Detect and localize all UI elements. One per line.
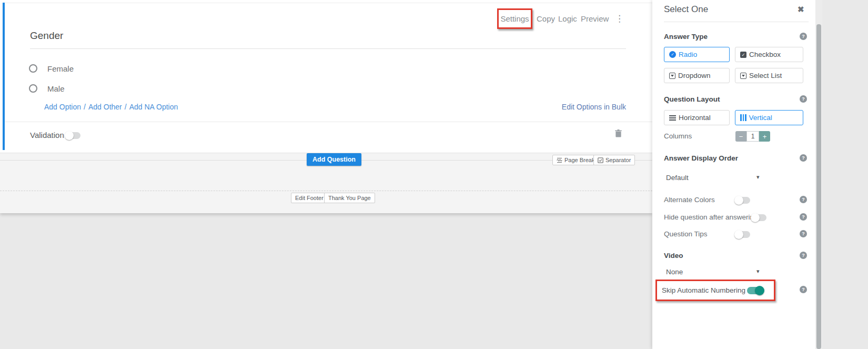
- add-na-option-link[interactable]: Add NA Option: [129, 103, 178, 111]
- columns-increment-button[interactable]: +: [759, 131, 770, 142]
- chevron-down-icon[interactable]: ▾: [756, 268, 760, 275]
- page-break-label: Page Break: [564, 157, 594, 163]
- toggle-knob: [734, 230, 743, 239]
- skip-numbering-highlight-box: Skip Automatic Numbering: [655, 280, 775, 301]
- close-icon[interactable]: ✖: [798, 5, 804, 14]
- option-label[interactable]: Female: [47, 64, 74, 73]
- logic-button[interactable]: Logic: [558, 14, 577, 23]
- scrollbar-thumb[interactable]: [816, 24, 821, 349]
- layout-vertical-button[interactable]: Vertical: [735, 110, 803, 125]
- hide-question-toggle[interactable]: [751, 214, 766, 221]
- option-label[interactable]: Male: [47, 84, 65, 93]
- add-other-link[interactable]: Add Other: [88, 103, 122, 111]
- delete-question-button[interactable]: [615, 129, 622, 139]
- settings-highlight-box: Settings: [497, 8, 532, 29]
- answer-type-label: Answer Type: [664, 33, 708, 41]
- link-separator: /: [125, 103, 127, 111]
- chevron-down-icon[interactable]: ▾: [756, 174, 760, 181]
- toggle-knob: [734, 196, 743, 205]
- answer-type-option-label: Dropdown: [678, 72, 711, 79]
- toggle-knob: [65, 131, 74, 140]
- help-icon[interactable]: ?: [800, 252, 807, 259]
- help-icon[interactable]: ?: [800, 33, 807, 40]
- layout-option-label: Horizontal: [679, 114, 711, 122]
- select-list-icon: [740, 73, 746, 79]
- question-settings-panel: Select One ✖ Answer Type ? ✓ Radio ✓ Che…: [652, 0, 815, 349]
- answer-type-checkbox-button[interactable]: ✓ Checkbox: [735, 47, 803, 62]
- active-question-accent-bar: [3, 3, 5, 150]
- layout-horizontal-button[interactable]: Horizontal: [664, 110, 730, 125]
- add-question-button[interactable]: Add Question: [307, 153, 361, 166]
- question-tips-toggle[interactable]: [735, 231, 750, 238]
- columns-label: Columns: [664, 132, 692, 140]
- skip-automatic-numbering-label: Skip Automatic Numbering: [662, 286, 745, 294]
- video-select[interactable]: None: [666, 268, 683, 276]
- edit-options-in-bulk-link[interactable]: Edit Options in Bulk: [562, 103, 626, 111]
- radio-option-female[interactable]: [29, 64, 37, 73]
- card-divider: [5, 122, 652, 122]
- separator-label: Separator: [605, 157, 631, 163]
- footer-dashed-divider: [0, 191, 652, 191]
- question-title-underline: [30, 48, 626, 49]
- answer-type-option-label: Checkbox: [749, 51, 781, 58]
- vertical-bars-icon: [740, 114, 746, 121]
- checkbox-icon: ✓: [740, 52, 746, 58]
- question-title-input[interactable]: Gender: [30, 30, 63, 42]
- toggle-knob: [751, 213, 760, 222]
- answer-display-order-select[interactable]: Default: [666, 174, 689, 182]
- link-separator: /: [84, 103, 86, 111]
- dropdown-icon: [669, 73, 675, 79]
- radio-option-male[interactable]: [29, 84, 37, 93]
- page-break-icon: [557, 157, 562, 163]
- layout-option-label: Vertical: [749, 114, 772, 122]
- validation-label: Validation: [30, 131, 64, 139]
- alternate-colors-label: Alternate Colors: [664, 196, 715, 204]
- alternate-colors-toggle[interactable]: [735, 197, 750, 204]
- edit-footer-label: Edit Footer: [295, 195, 324, 201]
- question-canvas: Settings Copy Logic Preview ⋮ Gender Fem…: [0, 0, 652, 213]
- answer-type-option-label: Select List: [749, 72, 782, 79]
- panel-title: Select One: [664, 4, 708, 15]
- thank-you-page-label: Thank You Page: [328, 195, 371, 201]
- toggle-knob: [755, 286, 764, 295]
- help-icon[interactable]: ?: [800, 286, 807, 293]
- page-break-button[interactable]: Page Break: [552, 155, 599, 165]
- answer-type-select-list-button[interactable]: Select List: [735, 68, 803, 83]
- answer-type-option-label: Radio: [679, 51, 697, 58]
- horizontal-lines-icon: [669, 115, 676, 121]
- settings-button[interactable]: Settings: [500, 14, 529, 23]
- option-links-row: Add Option / Add Other / Add NA Option: [44, 103, 178, 111]
- help-icon[interactable]: ?: [800, 213, 807, 221]
- edit-footer-button[interactable]: Edit Footer: [291, 193, 328, 203]
- validation-toggle[interactable]: [65, 132, 80, 139]
- card-top-border: [3, 3, 652, 3]
- hide-question-label: Hide question after answering: [664, 213, 758, 221]
- trash-icon: [615, 129, 622, 137]
- answer-type-dropdown-button[interactable]: Dropdown: [664, 68, 730, 83]
- answer-type-radio-button[interactable]: ✓ Radio: [664, 47, 730, 62]
- add-option-link[interactable]: Add Option: [44, 103, 81, 111]
- columns-value-input[interactable]: 1: [746, 131, 759, 142]
- copy-button[interactable]: Copy: [537, 14, 555, 23]
- thank-you-page-button[interactable]: Thank You Page: [324, 193, 375, 203]
- help-icon[interactable]: ?: [800, 230, 807, 237]
- more-options-icon[interactable]: ⋮: [615, 13, 624, 24]
- separator-icon: [598, 157, 603, 163]
- preview-button[interactable]: Preview: [581, 14, 609, 23]
- panel-divider: [664, 22, 809, 22]
- help-icon[interactable]: ?: [800, 196, 807, 203]
- separator-button[interactable]: Separator: [593, 155, 635, 165]
- skip-automatic-numbering-toggle[interactable]: [747, 287, 763, 294]
- radio-check-icon: ✓: [669, 51, 676, 58]
- columns-decrement-button[interactable]: −: [735, 131, 746, 142]
- answer-display-order-label: Answer Display Order: [664, 154, 738, 162]
- question-tips-label: Question Tips: [664, 230, 708, 238]
- help-icon[interactable]: ?: [800, 154, 807, 162]
- help-icon[interactable]: ?: [800, 95, 807, 103]
- question-layout-label: Question Layout: [664, 95, 720, 103]
- video-label: Video: [664, 252, 683, 260]
